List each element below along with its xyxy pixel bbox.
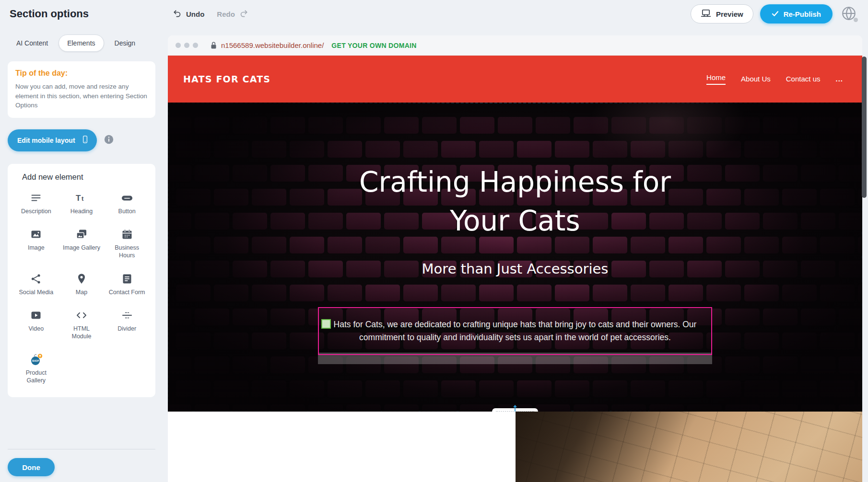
hero-section-selected[interactable]: Crafting Happiness for Your Cats More th… xyxy=(168,103,862,412)
sidebar-tabs: AI Content Elements Design xyxy=(8,34,155,52)
site-logo[interactable]: HATS FOR CATS xyxy=(183,74,270,84)
republish-label: Re-Publish xyxy=(784,10,821,18)
pavement-photo xyxy=(516,412,862,482)
phone-icon xyxy=(81,134,89,147)
window-dot-3 xyxy=(193,43,198,48)
canvas-scrollbar[interactable] xyxy=(862,57,867,198)
add-element-html-module[interactable]: HTML Module xyxy=(59,309,105,340)
get-domain-link[interactable]: GET YOUR OWN DOMAIN xyxy=(331,42,416,49)
shop-badge-text: SHOP xyxy=(32,359,39,362)
add-element-contact-form[interactable]: Contact Form xyxy=(104,272,150,297)
globe-badge-dot xyxy=(854,18,858,22)
html-module-icon xyxy=(75,309,88,322)
sidebar-divider xyxy=(8,449,155,449)
check-icon xyxy=(772,10,779,18)
language-globe-button[interactable] xyxy=(839,4,858,23)
image-gallery-icon xyxy=(75,228,88,241)
tip-body: Now you can add, move and resize any ele… xyxy=(15,82,148,110)
republish-button[interactable]: Re-Publish xyxy=(760,4,833,23)
hero-heading[interactable]: Crafting Happiness for Your Cats xyxy=(168,163,862,241)
nav-contact-us[interactable]: Contact us xyxy=(786,75,821,84)
redo-icon xyxy=(239,9,248,20)
add-element-social-media[interactable]: Social Media xyxy=(13,272,59,297)
site-nav: Home About Us Contact us ... xyxy=(706,73,843,85)
heading-icon: Tt xyxy=(75,191,88,205)
add-element-video[interactable]: Video xyxy=(13,309,59,340)
window-dot-2 xyxy=(184,43,189,48)
site-preview-window: n1566589.websitebuilder.online/ GET YOUR… xyxy=(168,35,862,482)
undo-icon xyxy=(173,9,182,20)
add-new-element-card: Add new element Description Tt Heading B… xyxy=(8,164,155,397)
next-section-empty-area xyxy=(168,412,516,482)
hero-vignette xyxy=(168,103,862,412)
info-icon xyxy=(104,139,114,146)
element-drag-handle[interactable] xyxy=(321,319,331,329)
site-canvas: HATS FOR CATS Home About Us Contact us .… xyxy=(168,56,862,482)
contact-form-icon xyxy=(121,272,133,286)
redo-label: Redo xyxy=(217,10,235,18)
svg-text:T: T xyxy=(76,194,81,203)
add-element-map[interactable]: Map xyxy=(59,272,105,297)
resize-arrows-icon xyxy=(511,404,519,412)
selected-text-element[interactable]: Hats for Cats, we are dedicated to craft… xyxy=(318,307,712,355)
mobile-layout-row: Edit mobile layout xyxy=(8,129,155,151)
site-header[interactable]: HATS FOR CATS Home About Us Contact us .… xyxy=(168,56,862,103)
edit-mobile-label: Edit mobile layout xyxy=(17,137,75,144)
topbar: Section options Undo Redo Preview Re-Pub… xyxy=(0,0,868,28)
preview-button[interactable]: Preview xyxy=(691,4,753,23)
undo-button[interactable]: Undo xyxy=(173,9,204,20)
add-element-image-gallery[interactable]: Image Gallery xyxy=(59,228,105,259)
page-title: Section options xyxy=(10,8,89,20)
image-icon xyxy=(30,228,42,241)
tip-title: Tip of the day: xyxy=(15,69,148,78)
section-resize-handle[interactable] xyxy=(492,405,538,412)
video-icon xyxy=(30,309,42,322)
element-grid: Description Tt Heading Button Image Imag… xyxy=(13,191,150,385)
edit-mobile-layout-button[interactable]: Edit mobile layout xyxy=(8,129,97,151)
nav-about-us[interactable]: About Us xyxy=(741,75,771,84)
nav-more[interactable]: ... xyxy=(835,75,843,84)
tab-design[interactable]: Design xyxy=(106,34,144,52)
add-element-description[interactable]: Description xyxy=(13,191,59,216)
mobile-info-button[interactable] xyxy=(104,134,114,146)
topbar-actions: Preview Re-Publish xyxy=(691,4,858,23)
product-gallery-icon: SHOP xyxy=(30,353,43,366)
social-media-icon xyxy=(30,272,42,286)
nav-home[interactable]: Home xyxy=(706,73,726,85)
business-hours-icon xyxy=(121,228,133,241)
hero-subheading[interactable]: More than Just Accessories xyxy=(168,261,862,277)
window-dot-1 xyxy=(176,43,181,48)
undo-label: Undo xyxy=(186,10,204,18)
button-icon xyxy=(121,191,133,205)
add-element-divider[interactable]: Divider xyxy=(104,309,150,340)
preview-monitor-icon xyxy=(701,9,711,19)
next-site-section[interactable] xyxy=(168,412,862,482)
add-element-business-hours[interactable]: Business Hours xyxy=(104,228,150,259)
add-element-image[interactable]: Image xyxy=(13,228,59,259)
add-element-heading[interactable]: Tt Heading xyxy=(59,191,105,216)
add-element-product-gallery[interactable]: SHOP Product Gallery xyxy=(13,353,59,384)
svg-text:t: t xyxy=(82,195,84,202)
history-controls: Undo Redo xyxy=(173,9,248,20)
tip-of-the-day-card: Tip of the day: Now you can add, move an… xyxy=(8,61,155,118)
hero-paragraph: Hats for Cats, we are dedicated to craft… xyxy=(324,318,706,344)
divider-icon xyxy=(121,309,133,322)
redo-button[interactable]: Redo xyxy=(217,9,248,20)
lock-icon xyxy=(210,41,217,49)
section-options-sidebar: AI Content Elements Design Tip of the da… xyxy=(0,28,163,482)
sidebar-spacer xyxy=(8,397,155,449)
tab-elements[interactable]: Elements xyxy=(59,34,104,52)
add-element-title: Add new element xyxy=(13,172,150,182)
map-icon xyxy=(76,272,87,286)
tab-ai-content[interactable]: AI Content xyxy=(8,34,57,52)
browser-address-bar: n1566589.websitebuilder.online/ GET YOUR… xyxy=(168,35,862,56)
description-icon xyxy=(30,191,42,205)
site-url: n1566589.websitebuilder.online/ xyxy=(221,41,324,49)
add-element-button[interactable]: Button xyxy=(104,191,150,216)
preview-label: Preview xyxy=(716,10,743,18)
done-button[interactable]: Done xyxy=(8,458,55,476)
